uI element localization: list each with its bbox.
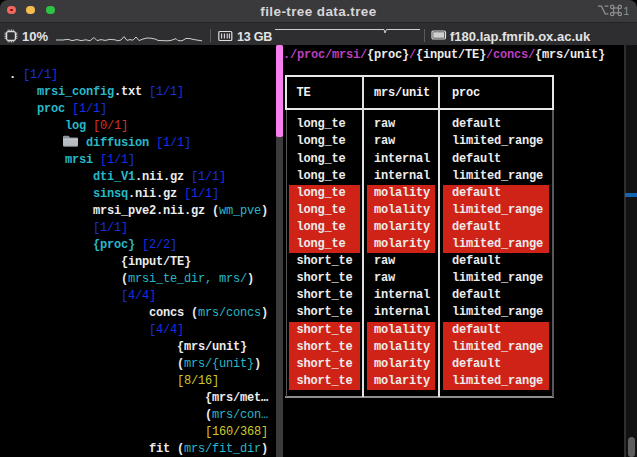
svg-text:1: 1 [623, 5, 629, 17]
